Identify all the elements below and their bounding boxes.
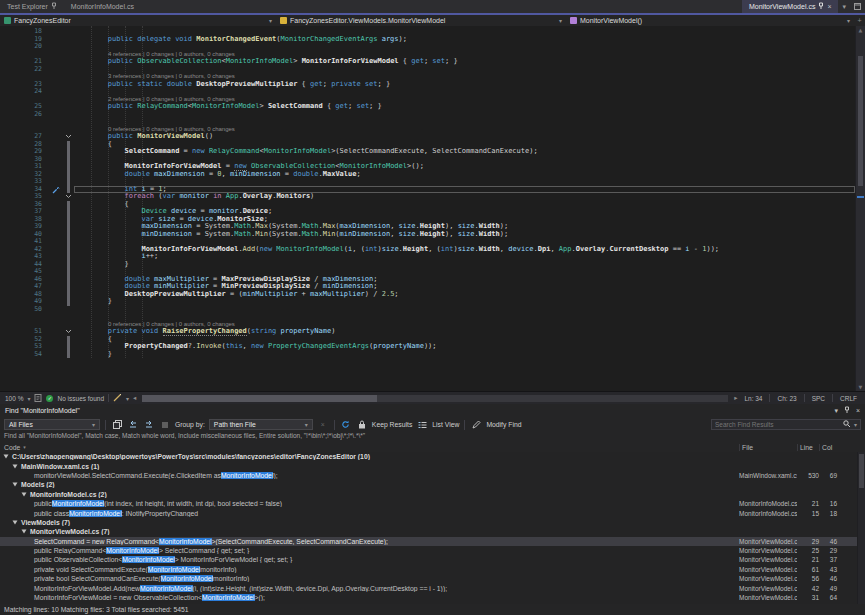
chevron-down-icon[interactable]: ▾ (854, 421, 857, 428)
code-line[interactable]: 34 int i = 1; (0, 186, 855, 194)
code-line[interactable]: 30 (0, 156, 855, 164)
group-by-dropdown[interactable]: Path then File ▾ (209, 419, 313, 430)
code-line[interactable]: 20 (0, 43, 855, 51)
find-result-row[interactable]: private bool SelectCommandCanExecute(Mon… (0, 574, 865, 583)
go-to-previous-location-icon[interactable] (127, 419, 139, 431)
code-line[interactable]: 43 i++; (0, 253, 855, 261)
code-line[interactable]: 52 { (0, 336, 855, 344)
column-indicator[interactable]: Ch: 23 (774, 395, 799, 402)
tree-expand-icon[interactable] (12, 520, 18, 525)
go-to-next-location-icon[interactable] (143, 419, 155, 431)
code-line[interactable]: 54 } (0, 351, 855, 359)
find-result-row[interactable]: monitorViewModel.SelectCommand.Execute(e… (0, 471, 865, 480)
pin-icon[interactable] (51, 2, 57, 11)
code-area[interactable]: 1819 public delegate void MonitorChanged… (0, 28, 855, 391)
column-line[interactable]: Line (797, 444, 819, 451)
list-view-icon[interactable] (416, 419, 428, 431)
close-icon[interactable]: × (856, 407, 860, 414)
scrollbar-thumb[interactable] (142, 395, 376, 402)
scrollbar-thumb[interactable] (858, 56, 863, 186)
pin-icon[interactable] (818, 2, 824, 11)
tab-test-explorer[interactable]: Test Explorer (0, 0, 64, 13)
search-icon[interactable] (843, 420, 851, 429)
code-line[interactable]: 24 (0, 88, 855, 96)
scroll-left-icon[interactable]: ◂ (133, 394, 136, 402)
find-group-row[interactable]: ViewModels (7) (0, 518, 865, 527)
pencil-icon[interactable] (470, 419, 482, 431)
codelens-row[interactable]: 2 references | 0 changes | 0 authors, 0 … (0, 96, 855, 104)
code-line[interactable]: 22 (0, 66, 855, 74)
keep-results-label[interactable]: Keep Results (372, 421, 412, 428)
find-result-row[interactable]: public class MonitorInfoModel : INotifyP… (0, 508, 865, 517)
find-group-row[interactable]: MonitorViewModel.cs (7) (0, 527, 865, 536)
codelens-text[interactable]: 3 references | 0 changes | 0 authors, 0 … (74, 73, 855, 81)
find-result-row[interactable]: public MonitorInfoModel(int index, int h… (0, 499, 865, 508)
health-status[interactable]: No issues found (57, 395, 104, 402)
find-result-row[interactable]: MonitorInfoForViewModel.Add(new MonitorI… (0, 583, 865, 592)
scroll-down-icon[interactable]: ▼ (856, 384, 865, 390)
find-result-row[interactable]: private void SelectCommandExecute(Monito… (0, 565, 865, 574)
codelens-row[interactable]: 0 references | 0 changes | 0 authors, 0 … (0, 321, 855, 329)
refresh-icon[interactable] (340, 419, 352, 431)
code-line[interactable]: 50 (0, 306, 855, 314)
outline-collapse-icon[interactable] (64, 193, 74, 201)
column-code[interactable]: Code ▾ (0, 444, 739, 451)
find-group-row[interactable]: MonitorInfoModel.cs (2) (0, 490, 865, 499)
find-result-row[interactable]: SelectCommand = new RelayCommand<Monitor… (0, 537, 865, 546)
tree-expand-icon[interactable] (21, 529, 27, 534)
search-box[interactable]: ▾ (711, 419, 861, 430)
column-col[interactable]: Col (819, 444, 837, 451)
code-line[interactable]: 31 MonitorInfoForViewModel = new Observa… (0, 163, 855, 171)
code-line[interactable]: 29 SelectCommand = new RelayCommand<Moni… (0, 148, 855, 156)
tab-monitorviewmodel-active[interactable]: MonitorViewModel.cs × (742, 0, 839, 13)
code-line[interactable]: 25 public RelayCommand<MonitorInfoModel>… (0, 103, 855, 111)
float-window-icon[interactable] (850, 0, 865, 13)
chevron-down-icon[interactable]: ▾ (838, 0, 850, 13)
code-line[interactable]: 18 (0, 28, 855, 36)
outline-collapse-icon[interactable] (64, 133, 74, 141)
find-group-row[interactable]: Models (2) (0, 480, 865, 489)
code-line[interactable]: 28 { (0, 141, 855, 149)
code-line[interactable]: 26 (0, 111, 855, 119)
code-editor[interactable]: 1819 public delegate void MonitorChanged… (0, 26, 865, 391)
code-line[interactable]: 21 public ObservableCollection<MonitorIn… (0, 58, 855, 66)
indentation-indicator[interactable]: SPC (809, 395, 828, 402)
scrollbar-thumb[interactable] (859, 454, 864, 488)
chevron-down-icon[interactable]: ▾ (126, 395, 129, 402)
tab-monitorinfomodel[interactable]: MonitorInfoModel.cs (64, 0, 141, 13)
codelens-text[interactable]: 0 references | 0 changes | 0 authors, 0 … (74, 126, 855, 134)
project-dropdown[interactable]: FancyZonesEditor ▾ (0, 15, 276, 26)
code-line[interactable]: 37 Device device = monitor.Device; (0, 208, 855, 216)
tree-expand-icon[interactable] (21, 492, 27, 497)
vertical-scrollbar[interactable]: ▲ ▼ (855, 26, 865, 391)
find-result-row[interactable]: public ObservableCollection<MonitorInfoM… (0, 555, 865, 564)
column-file[interactable]: File (739, 444, 797, 451)
code-line[interactable]: 41 (0, 238, 855, 246)
pin-icon[interactable] (844, 406, 850, 415)
codelens-row[interactable]: 0 references | 0 changes | 0 authors, 0 … (0, 126, 855, 134)
code-line[interactable]: 44 } (0, 261, 855, 269)
tree-expand-icon[interactable] (3, 454, 9, 459)
member-dropdown[interactable]: MonitorViewModel() ▾ (566, 15, 854, 26)
find-result-row[interactable]: public RelayCommand<MonitorInfoModel> Se… (0, 546, 865, 555)
chevron-down-icon[interactable]: ▾ (834, 407, 838, 415)
document-health-icon[interactable] (34, 394, 42, 403)
chevron-down-icon[interactable]: ▾ (27, 395, 30, 402)
find-results-titlebar[interactable]: Find "MonitorInfoModel" ▾ × (0, 404, 865, 417)
tree-expand-icon[interactable] (12, 482, 18, 487)
scroll-right-icon[interactable]: ▸ (734, 394, 737, 402)
find-group-row[interactable]: MainWindow.xaml.cs (1) (0, 461, 865, 470)
split-editor-icon[interactable]: + (854, 15, 865, 26)
code-line[interactable]: 33 (0, 178, 855, 186)
code-line[interactable]: 48 DesktopPreviewMultiplier = (minMultip… (0, 291, 855, 299)
lock-icon[interactable] (356, 419, 368, 431)
codelens-text[interactable]: 0 references | 0 changes | 0 authors, 0 … (74, 321, 855, 329)
close-icon[interactable]: × (827, 3, 831, 10)
code-line[interactable]: 40 minDimension = System.Math.Min(System… (0, 231, 855, 239)
code-line[interactable]: 32 double maxDimension = 0, minDimension… (0, 171, 855, 179)
line-ending-indicator[interactable]: CRLF (837, 395, 860, 402)
code-line[interactable]: 49 } (0, 298, 855, 306)
type-dropdown[interactable]: FancyZonesEditor.ViewModels.MonitorViewM… (276, 15, 566, 26)
code-line[interactable]: 36 { (0, 201, 855, 209)
tree-expand-icon[interactable] (12, 464, 18, 469)
